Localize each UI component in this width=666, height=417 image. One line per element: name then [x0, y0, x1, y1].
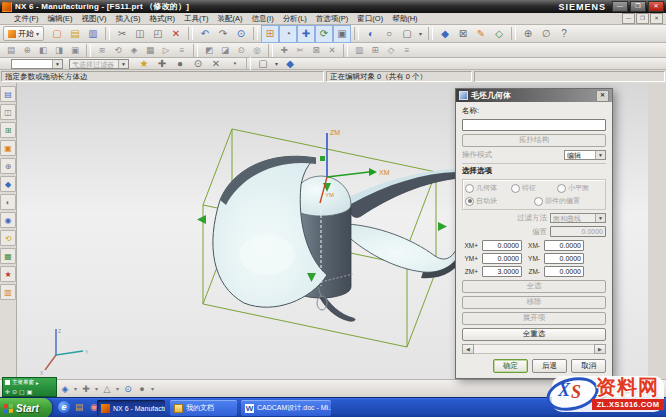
scroll-track[interactable] — [474, 344, 594, 354]
point-dialog-button[interactable]: ⊕ — [519, 25, 537, 43]
menu-information[interactable]: 信息(I) — [252, 14, 274, 24]
capture-title-row[interactable]: 主菜单窗 ▸ — [3, 378, 56, 387]
redo-button[interactable]: ↷ — [214, 25, 232, 43]
assembly-navigator-tab[interactable]: ▤ — [0, 86, 16, 102]
offset-field[interactable]: 0.0000 — [550, 226, 606, 237]
part-navigator-tab[interactable]: ⊞ — [0, 122, 16, 138]
transform-toolpath-button[interactable]: ⊠ — [308, 43, 324, 58]
plane-tool-button[interactable]: △ — [100, 382, 114, 396]
scroll-left-button[interactable]: ◀ — [462, 344, 474, 354]
rotate-view-button[interactable]: ⟳ — [315, 25, 333, 43]
selection-scope-button[interactable]: ◈ — [58, 382, 72, 396]
expand-item-button[interactable]: 展开项 — [462, 312, 606, 325]
close-button[interactable]: ✕ — [648, 1, 664, 12]
background-color-button[interactable]: ▢ — [398, 25, 416, 43]
measure-distance-button[interactable]: ∅ — [537, 25, 555, 43]
fit-selection-button[interactable]: ▣ — [333, 25, 351, 43]
menu-edit[interactable]: 编辑(E) — [48, 14, 73, 24]
quick-launch-explorer[interactable]: ▤ — [73, 400, 85, 414]
radio-part-offset[interactable]: 部件的偏置 — [534, 196, 603, 206]
capture-expand-icon[interactable]: ▸ — [36, 380, 39, 386]
combo-dropdown-icon[interactable]: ▼ — [595, 214, 605, 222]
snapshot-button[interactable]: ⊠ — [454, 25, 472, 43]
menu-preferences[interactable]: 首选项(P) — [316, 14, 349, 24]
ym-plus-field[interactable]: 0.0000 — [482, 253, 522, 264]
quick-launch-ie[interactable]: e — [58, 401, 70, 413]
cut-button[interactable]: ✂ — [113, 25, 131, 43]
wireframe-display-button[interactable]: ○ — [380, 25, 398, 43]
history-tab[interactable]: ⟲ — [0, 230, 16, 246]
capture-window-icon[interactable]: ▢ — [19, 388, 25, 396]
system-materials-tab[interactable]: ▦ — [0, 248, 16, 264]
render-style-button[interactable]: ● — [135, 382, 149, 396]
menu-window[interactable]: 窗口(O) — [357, 14, 383, 24]
fit-view-button[interactable]: ⊞ — [261, 25, 279, 43]
menu-help[interactable]: 帮助(H) — [392, 14, 417, 24]
taskbar-task-documents[interactable]: 我的文档 — [170, 400, 237, 416]
capture-zoom-icon[interactable]: ⊙ — [12, 388, 17, 396]
restore-button[interactable]: ❐ — [630, 1, 646, 12]
scroll-right-button[interactable]: ▶ — [594, 344, 606, 354]
dialog-title-bar[interactable]: 毛坯几何体 ✕ — [456, 89, 612, 102]
mode-combo[interactable]: 编辑 ▼ — [564, 150, 606, 160]
roles-tab[interactable]: ▥ — [0, 284, 16, 300]
zm-plus-field[interactable]: 3.0000 — [482, 266, 522, 277]
magnify-button[interactable]: ⊙ — [121, 382, 135, 396]
menu-format[interactable]: 格式(R) — [150, 14, 175, 24]
radio-geometry[interactable]: 几何体 — [465, 183, 511, 193]
operation-navigator-tab[interactable]: ▣ — [0, 140, 16, 156]
scope-dropdown[interactable]: ▾ — [72, 382, 79, 396]
generate-toolpath-button[interactable]: ≋ — [94, 43, 110, 58]
shaded-display-button[interactable]: ◐ — [362, 25, 380, 43]
paste-button[interactable]: ◰ — [149, 25, 167, 43]
orient-view-button[interactable]: ◆ — [436, 25, 454, 43]
plane-dropdown[interactable]: ▾ — [114, 382, 121, 396]
mdi-close-button[interactable]: ✕ — [650, 13, 663, 24]
radio-facet[interactable]: 小平面 — [557, 183, 603, 193]
selection-intent-combo[interactable]: ▼ — [11, 59, 63, 69]
machine-tool-view-button[interactable]: ⊞ — [367, 43, 383, 58]
replay-toolpath-button[interactable]: ⟲ — [110, 43, 126, 58]
menu-file[interactable]: 文件(F) — [14, 14, 39, 24]
save-button[interactable]: ▥ — [84, 25, 102, 43]
menu-tools[interactable]: 工具(T) — [184, 14, 209, 24]
delete-toolpath-button[interactable]: ✕ — [324, 43, 340, 58]
process-studio-tab[interactable]: ★ — [0, 266, 16, 282]
create-method-button[interactable]: ◨ — [51, 43, 67, 58]
create-geometry-button[interactable]: ◧ — [35, 43, 51, 58]
name-input[interactable] — [462, 119, 606, 131]
taskbar-task-nx[interactable]: NX 6 - Manufacturing -... — [97, 400, 165, 416]
radio-auto-block[interactable]: 自动块 — [465, 196, 534, 206]
open-button[interactable]: ▤ — [66, 25, 84, 43]
render-dropdown[interactable]: ▾ — [149, 382, 156, 396]
start-button[interactable]: Start — [0, 398, 52, 417]
datum-plane-button[interactable]: ◇ — [490, 25, 508, 43]
capture-region-icon[interactable]: ▣ — [27, 388, 33, 396]
combo-dropdown-icon[interactable]: ▼ — [595, 151, 605, 159]
menu-insert[interactable]: 插入(S) — [116, 14, 141, 24]
zm-minus-field[interactable]: 0.0000 — [544, 266, 584, 277]
ok-button[interactable]: 确定 — [493, 359, 528, 373]
zoom-in-out-button[interactable]: ◔ — [279, 25, 297, 43]
remove-button[interactable]: 移除 — [462, 296, 606, 309]
pan-view-button[interactable]: ✚ — [297, 25, 315, 43]
mdi-restore-button[interactable]: ❐ — [636, 13, 649, 24]
start-menu-button[interactable]: 开始 ▾ — [3, 26, 44, 41]
hd3d-tools-tab[interactable]: ◐ — [0, 194, 16, 210]
create-tool-button[interactable]: ⊕ — [19, 43, 35, 58]
handle-z-axis[interactable] — [320, 156, 325, 161]
reuse-library-tab[interactable]: ◆ — [0, 176, 16, 192]
geometry-view-button[interactable]: ◇ — [383, 43, 399, 58]
undo-button[interactable]: ↶ — [196, 25, 214, 43]
back-button[interactable]: 后退 — [532, 359, 567, 373]
topology-button[interactable]: 拓扑结构 — [462, 134, 606, 147]
display-dropdown[interactable]: ▾ — [416, 25, 425, 43]
program-order-view-button[interactable]: ≡ — [399, 43, 415, 58]
select-all-button[interactable]: 全选 — [462, 280, 606, 293]
combo-dropdown-icon[interactable]: ▼ — [118, 60, 128, 68]
xm-plus-field[interactable]: 0.0000 — [482, 240, 522, 251]
selection-filter-combo[interactable]: 无选择过滤器 ▼ — [69, 59, 129, 69]
ym-minus-field[interactable]: 0.0000 — [544, 253, 584, 264]
point-snap-button[interactable]: ✚ — [79, 382, 93, 396]
operation-navigator-button[interactable]: ▥ — [351, 43, 367, 58]
